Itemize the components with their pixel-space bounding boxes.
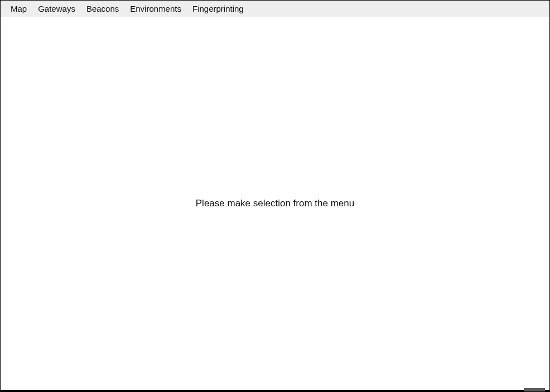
main-content: Please make selection from the menu xyxy=(1,17,549,390)
placeholder-message: Please make selection from the menu xyxy=(196,198,354,209)
menu-item-map[interactable]: Map xyxy=(5,2,32,16)
resize-handle[interactable] xyxy=(524,388,545,391)
bottom-border xyxy=(1,390,549,391)
menu-item-gateways[interactable]: Gateways xyxy=(32,2,81,16)
menu-item-beacons[interactable]: Beacons xyxy=(81,2,124,16)
menubar: Map Gateways Beacons Environments Finger… xyxy=(1,1,549,17)
menu-item-fingerprinting[interactable]: Fingerprinting xyxy=(187,2,249,16)
menu-item-environments[interactable]: Environments xyxy=(124,2,187,16)
